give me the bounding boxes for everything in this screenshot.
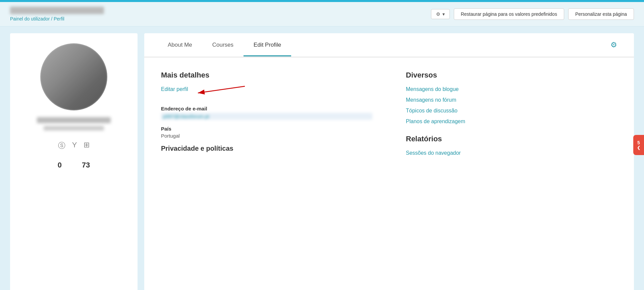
diversos-link-2[interactable]: Tópicos de discussão — [406, 108, 617, 114]
stat-item-0: 0 — [58, 161, 62, 170]
privacidade-title: Privacidade e políticas — [161, 145, 372, 152]
header-right: ⚙ ▾ Restaurar página para os valores pre… — [431, 8, 634, 20]
section-right: Diversos Mensagens do blogue Mensagens n… — [396, 71, 617, 161]
country-label: País — [161, 126, 372, 132]
header: Painel do utilizador / Perfil ⚙ ▾ Restau… — [0, 2, 644, 27]
svg-line-1 — [198, 86, 245, 93]
country-value: Portugal — [161, 133, 372, 139]
mais-detalhes-title: Mais detalhes — [161, 71, 372, 80]
email-field-group: Endereço de e-mail p997@classforum.pt — [161, 106, 372, 120]
email-label: Endereço de e-mail — [161, 106, 372, 111]
notification-arrow-icon: ❮ — [637, 145, 640, 150]
tab-gear-icon[interactable]: ⚙ — [607, 33, 621, 57]
user-name-blurred — [10, 7, 104, 14]
edit-link-container: Editar perfil — [161, 86, 188, 99]
diversos-link-3[interactable]: Planos de aprendizagem — [406, 118, 617, 125]
tab-about-me[interactable]: About Me — [158, 34, 202, 56]
main-content: ⓢ Y ⊞ 0 73 About Me Courses Edit Profile… — [0, 27, 644, 290]
red-arrow — [191, 83, 252, 100]
breadcrumb: Painel do utilizador / Perfil — [10, 16, 104, 21]
tab-courses[interactable]: Courses — [202, 34, 244, 56]
skype-icon[interactable]: ⓢ — [58, 141, 65, 151]
gear-icon: ⚙ — [436, 11, 440, 17]
user-subtitle — [44, 126, 104, 131]
breadcrumb-separator: / — [51, 16, 54, 21]
relatorios-title: Relatórios — [406, 135, 617, 143]
sessoes-link[interactable]: Sessões do navegador — [406, 150, 617, 156]
breadcrumb-current: Perfil — [54, 16, 64, 21]
restore-button[interactable]: Restaurar página para os valores predefi… — [454, 8, 564, 20]
editar-perfil-link[interactable]: Editar perfil — [161, 86, 188, 92]
avatar-image — [40, 43, 107, 110]
content-area: About Me Courses Edit Profile ⚙ Mais det… — [144, 33, 634, 290]
email-value: p997@classforum.pt — [161, 113, 372, 120]
tab-edit-profile[interactable]: Edit Profile — [244, 34, 291, 56]
yahoo-icon[interactable]: Y — [72, 141, 77, 151]
windows-icon[interactable]: ⊞ — [84, 141, 90, 151]
diversos-link-0[interactable]: Mensagens do blogue — [406, 86, 617, 92]
section-left: Mais detalhes Editar perfil — [161, 71, 382, 161]
content-body: Mais detalhes Editar perfil — [144, 57, 634, 174]
gear-dropdown-button[interactable]: ⚙ ▾ — [431, 9, 450, 19]
stats-row: 0 73 — [58, 161, 90, 170]
tabs: About Me Courses Edit Profile ⚙ — [144, 33, 634, 57]
stat-value-1: 73 — [82, 161, 90, 170]
stat-value-0: 0 — [58, 161, 62, 170]
notification-badge[interactable]: 5 ❮ — [633, 135, 644, 155]
header-left: Painel do utilizador / Perfil — [10, 7, 104, 21]
country-field-group: País Portugal — [161, 126, 372, 139]
stat-item-1: 73 — [82, 161, 90, 170]
diversos-link-1[interactable]: Mensagens no fórum — [406, 97, 617, 103]
diversos-title: Diversos — [406, 71, 617, 80]
customize-button[interactable]: Personalizar esta página — [568, 8, 634, 20]
breadcrumb-parent[interactable]: Painel do utilizador — [10, 16, 50, 21]
social-icons: ⓢ Y ⊞ — [58, 141, 90, 151]
user-full-name — [37, 117, 111, 123]
notification-count: 5 — [637, 140, 640, 145]
dropdown-arrow-icon: ▾ — [442, 11, 445, 17]
avatar — [40, 43, 107, 110]
privacidade-section: Privacidade e políticas — [161, 145, 372, 152]
sidebar: ⓢ Y ⊞ 0 73 — [10, 33, 138, 290]
